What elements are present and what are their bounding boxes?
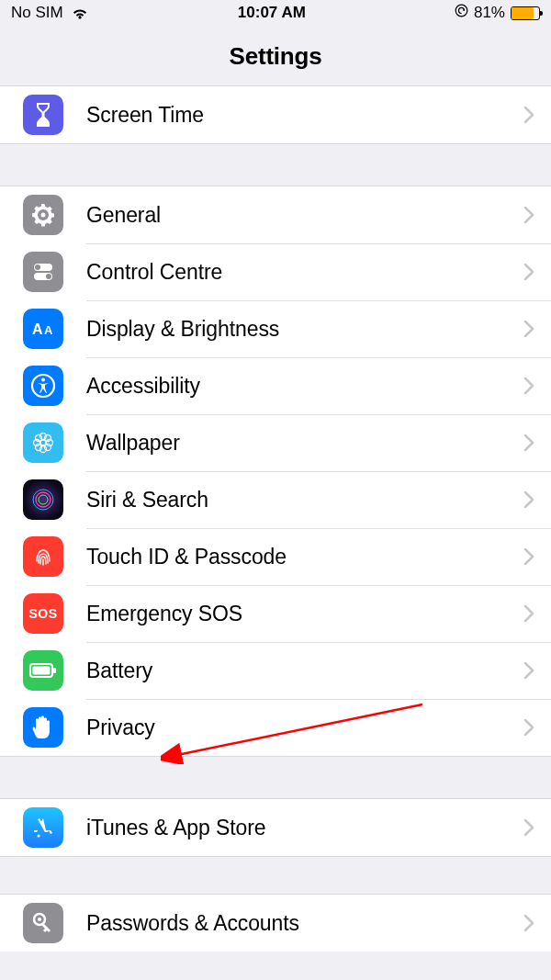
svg-point-27 [38, 918, 41, 921]
gear-icon [23, 195, 63, 235]
svg-rect-24 [33, 667, 51, 675]
display-brightness-row[interactable]: AA Display & Brightness [0, 300, 551, 357]
clock-text: 10:07 AM [238, 4, 306, 22]
row-label: Privacy [86, 715, 523, 740]
privacy-row[interactable]: Privacy [0, 699, 551, 756]
chevron-right-icon [523, 818, 534, 837]
control-centre-row[interactable]: Control Centre [0, 243, 551, 300]
row-label: Siri & Search [86, 488, 523, 513]
screen-time-row[interactable]: Screen Time [0, 86, 551, 143]
hand-icon [23, 707, 63, 748]
battery-icon [23, 650, 63, 691]
chevron-right-icon [523, 434, 534, 452]
row-label: iTunes & App Store [86, 816, 523, 840]
accessibility-icon [23, 366, 63, 406]
accessibility-row[interactable]: Accessibility [0, 357, 551, 414]
battery-icon [511, 6, 540, 20]
chevron-right-icon [523, 490, 534, 509]
siri-icon [23, 479, 63, 520]
chevron-right-icon [523, 106, 534, 124]
settings-group-2: iTunes & App Store [0, 798, 551, 857]
svg-rect-23 [53, 668, 56, 673]
flower-icon [23, 422, 63, 463]
settings-group-3: Passwords & Accounts [0, 894, 551, 952]
svg-point-0 [455, 5, 467, 17]
svg-text:SOS: SOS [28, 606, 57, 621]
svg-point-8 [41, 378, 45, 382]
row-label: Emergency SOS [86, 602, 523, 626]
carrier-text: No SIM [11, 4, 63, 22]
page-header: Settings [0, 26, 551, 85]
rotation-lock-icon [455, 4, 468, 22]
hourglass-icon [23, 95, 63, 135]
passwords-accounts-row[interactable]: Passwords & Accounts [0, 895, 551, 952]
chevron-right-icon [523, 206, 534, 224]
row-label: Display & Brightness [86, 317, 523, 342]
sos-icon: SOS [23, 593, 63, 634]
svg-point-25 [38, 835, 40, 838]
chevron-right-icon [523, 661, 534, 680]
chevron-right-icon [523, 377, 534, 395]
chevron-right-icon [523, 914, 534, 932]
row-label: Accessibility [86, 374, 523, 399]
page-title: Settings [0, 42, 551, 71]
appstore-icon [23, 807, 63, 848]
row-label: Passwords & Accounts [86, 911, 523, 936]
svg-point-2 [35, 265, 40, 270]
row-label: Wallpaper [86, 431, 523, 456]
wallpaper-row[interactable]: Wallpaper [0, 414, 551, 471]
chevron-right-icon [523, 263, 534, 281]
chevron-right-icon [523, 604, 534, 623]
itunes-appstore-row[interactable]: iTunes & App Store [0, 799, 551, 856]
chevron-right-icon [523, 547, 534, 566]
row-label: General [86, 203, 523, 228]
svg-point-19 [36, 492, 51, 507]
battery-row[interactable]: Battery [0, 642, 551, 699]
svg-point-4 [46, 274, 51, 279]
status-bar: No SIM 10:07 AM 81% [0, 0, 551, 26]
toggles-icon [23, 252, 63, 292]
text-size-icon: AA [23, 309, 63, 349]
emergency-sos-row[interactable]: SOS Emergency SOS [0, 585, 551, 642]
svg-text:A: A [32, 321, 43, 337]
touch-id-row[interactable]: Touch ID & Passcode [0, 528, 551, 585]
fingerprint-icon [23, 536, 63, 577]
key-icon [23, 903, 63, 943]
chevron-right-icon [523, 718, 534, 737]
battery-percent-text: 81% [474, 4, 505, 22]
wifi-icon [71, 6, 89, 20]
settings-group-0: Screen Time [0, 85, 551, 144]
row-label: Battery [86, 659, 523, 683]
general-row[interactable]: General [0, 186, 551, 243]
row-label: Touch ID & Passcode [86, 545, 523, 569]
row-label: Screen Time [86, 103, 523, 128]
svg-text:A: A [44, 323, 53, 337]
svg-point-20 [39, 495, 48, 504]
siri-search-row[interactable]: Siri & Search [0, 471, 551, 528]
settings-group-1: General Control Centre AA Display & Brig… [0, 186, 551, 757]
row-label: Control Centre [86, 260, 523, 285]
chevron-right-icon [523, 320, 534, 338]
